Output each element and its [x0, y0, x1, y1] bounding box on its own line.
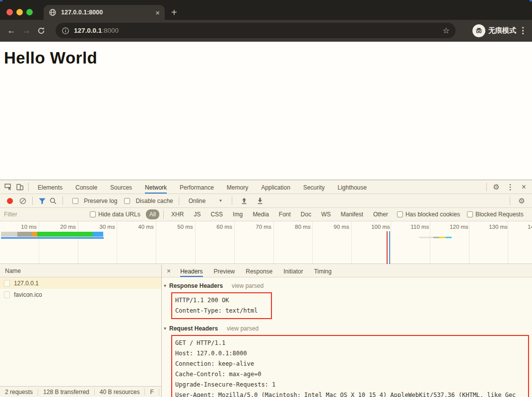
filter-pill-ws[interactable]: WS: [318, 209, 334, 219]
reload-button[interactable]: [34, 27, 49, 35]
page-heading: Hello World: [4, 49, 532, 67]
tab-sources[interactable]: Sources: [110, 181, 132, 194]
incognito-badge-icon: [472, 24, 485, 37]
tab-memory[interactable]: Memory: [227, 181, 248, 194]
url-host: 127.0.0.1: [74, 27, 102, 34]
tab-headers[interactable]: Headers: [180, 265, 202, 277]
import-har-icon[interactable]: [240, 197, 248, 205]
waterfall-segment: [446, 237, 452, 238]
waterfall-segment: [37, 232, 93, 237]
name-column-header[interactable]: Name: [0, 265, 161, 277]
finish-time-clipped: F: [145, 389, 159, 396]
filter-pill-all[interactable]: All: [146, 209, 159, 219]
traffic-light-minimize[interactable]: [16, 9, 23, 15]
throttling-dropdown[interactable]: Online ▼: [185, 198, 227, 204]
disclosure-triangle-icon: ▾: [164, 326, 166, 331]
filter-pill-css[interactable]: CSS: [207, 209, 226, 219]
traffic-light-zoom[interactable]: [26, 9, 33, 15]
request-row[interactable]: 127.0.0.1: [0, 277, 161, 289]
tick-label: 130 ms: [489, 224, 508, 230]
header-line: Content-Type: text/html: [175, 306, 268, 316]
header-line: GET / HTTP/1.1: [175, 338, 525, 348]
tick-label: 140 ms: [528, 224, 532, 230]
devtools-menu-icon[interactable]: ⋮: [507, 183, 514, 192]
tab-initiator[interactable]: Initiator: [283, 265, 303, 277]
header-line: Connection: keep-alive: [175, 359, 525, 369]
tab-response[interactable]: Response: [246, 265, 272, 277]
divider: [179, 197, 179, 205]
request-headers-highlight-box: GET / HTTP/1.1 Host: 127.0.0.1:8000 Conn…: [171, 335, 529, 397]
network-overview-timeline[interactable]: 10 ms 20 ms 30 ms 40 ms 50 ms 60 ms 70 m…: [0, 221, 532, 264]
load-event-line: [389, 231, 390, 264]
tick-label: 80 ms: [295, 224, 310, 230]
clear-icon[interactable]: [19, 197, 27, 205]
has-blocked-cookies-checkbox[interactable]: [397, 211, 403, 217]
waterfall-segment: [32, 232, 37, 237]
tab-console[interactable]: Console: [75, 181, 97, 194]
forward-button[interactable]: →: [19, 26, 34, 36]
filter-pill-font[interactable]: Font: [275, 209, 294, 219]
record-button[interactable]: [7, 198, 13, 204]
tab-preview[interactable]: Preview: [214, 265, 235, 277]
filter-pill-manifest[interactable]: Manifest: [337, 209, 367, 219]
address-bar[interactable]: 127.0.0.1:8000 ☆: [56, 23, 456, 38]
filter-input[interactable]: Filter: [4, 211, 86, 218]
devtools-close-icon[interactable]: ×: [522, 183, 526, 192]
filter-funnel-icon[interactable]: [38, 197, 46, 205]
view-parsed-link[interactable]: view parsed: [232, 282, 264, 289]
bookmark-star-icon[interactable]: ☆: [443, 26, 450, 35]
view-parsed-link[interactable]: view parsed: [227, 325, 259, 332]
device-toolbar-icon[interactable]: [16, 183, 24, 191]
tick-label: 100 ms: [371, 224, 390, 230]
tab-elements[interactable]: Elements: [38, 181, 63, 194]
hide-data-urls-checkbox[interactable]: [90, 211, 96, 217]
tab-close-icon[interactable]: ×: [155, 9, 160, 16]
tab-network[interactable]: Network: [145, 181, 167, 194]
request-row[interactable]: favicon.ico: [0, 289, 161, 300]
devtools-panel: Elements Console Sources Network Perform…: [0, 180, 532, 397]
divider: [63, 197, 63, 205]
tab-timing[interactable]: Timing: [314, 265, 332, 277]
traffic-light-close[interactable]: [6, 9, 13, 15]
throttling-value: Online: [189, 198, 206, 204]
tab-lighthouse[interactable]: Lighthouse: [337, 181, 367, 194]
filter-pill-img[interactable]: Img: [229, 209, 246, 219]
search-icon[interactable]: [49, 197, 57, 205]
filter-pill-other[interactable]: Other: [370, 209, 392, 219]
blocked-requests-checkbox[interactable]: [467, 211, 473, 217]
network-settings-icon[interactable]: ⚙: [519, 197, 525, 205]
response-headers-highlight-box: HTTP/1.1 200 OK Content-Type: text/html: [171, 292, 272, 319]
network-status-bar: 2 requests 128 B transferred 40 B resour…: [0, 386, 161, 397]
filter-pill-doc[interactable]: Doc: [297, 209, 315, 219]
header-line: User-Agent: Mozilla/5.0 (Macintosh; Inte…: [175, 390, 525, 397]
info-icon: [62, 27, 69, 35]
browser-menu-icon[interactable]: ⋮: [519, 25, 527, 36]
page-content: Hello World: [0, 42, 532, 180]
new-tab-button[interactable]: +: [171, 6, 177, 19]
tab-performance[interactable]: Performance: [180, 181, 214, 194]
devtools-settings-icon[interactable]: ⚙: [493, 183, 499, 192]
inspect-element-icon[interactable]: [4, 183, 12, 191]
filter-pill-js[interactable]: JS: [190, 209, 204, 219]
document-icon: [4, 280, 10, 287]
browser-tab[interactable]: 127.0.0.1:8000 ×: [44, 5, 165, 20]
details-close-icon[interactable]: ×: [167, 267, 171, 275]
incognito-mode-label: 无痕模式: [488, 26, 516, 35]
tick-label: 30 ms: [99, 224, 115, 230]
devtools-tab-bar: Elements Console Sources Network Perform…: [0, 180, 532, 194]
waterfall-segment: [419, 237, 433, 238]
transferred-size: 128 B transferred: [38, 389, 95, 396]
request-headers-section-header[interactable]: ▾ Request Headers view parsed: [164, 323, 532, 333]
disable-cache-checkbox[interactable]: [124, 198, 130, 204]
tick-label: 60 ms: [216, 224, 232, 230]
details-tab-bar: × Headers Preview Response Initiator Tim…: [162, 265, 532, 277]
response-headers-section-header[interactable]: ▾ Response Headers view parsed: [164, 280, 532, 291]
filter-pill-xhr[interactable]: XHR: [168, 209, 187, 219]
back-button[interactable]: ←: [4, 26, 19, 36]
export-har-icon[interactable]: [256, 197, 264, 205]
tab-security[interactable]: Security: [303, 181, 325, 194]
window-corner: [0, 0, 2, 1]
filter-pill-media[interactable]: Media: [249, 209, 272, 219]
preserve-log-checkbox[interactable]: [72, 198, 78, 204]
tab-application[interactable]: Application: [261, 181, 290, 194]
